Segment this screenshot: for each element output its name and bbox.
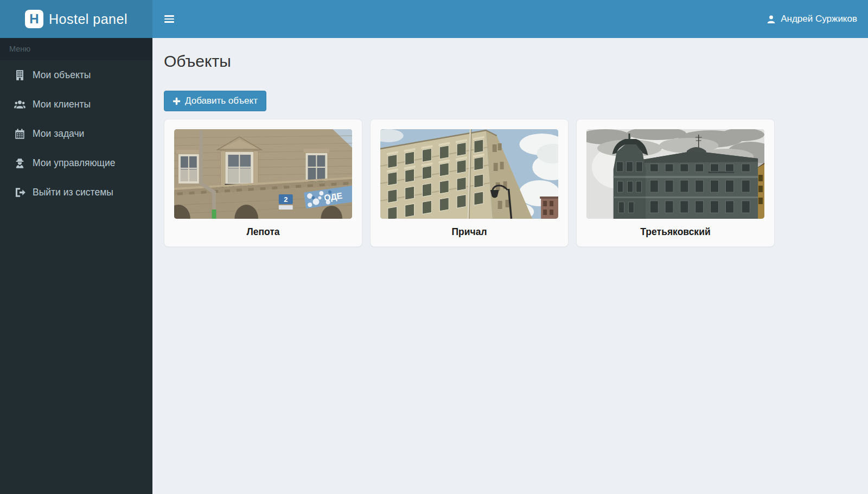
h-square-icon: H xyxy=(25,10,43,28)
page-title: Объекты xyxy=(164,52,856,71)
object-name: Третьяковский xyxy=(586,219,764,246)
sidebar-item-label: Мои управляющие xyxy=(33,157,115,169)
top-navbar: H Hostel panel Андрей Суржиков xyxy=(0,0,868,38)
object-name: Причал xyxy=(380,219,558,246)
object-card-prichal[interactable]: Причал xyxy=(370,119,569,247)
object-photo xyxy=(586,129,764,219)
sidebar-item-my-tasks[interactable]: Мои задачи xyxy=(0,119,152,148)
sidebar-item-my-objects[interactable]: Мои объекты xyxy=(0,60,152,90)
sidebar-item-my-clients[interactable]: Мои клиенты xyxy=(0,90,152,119)
brand-link[interactable]: H Hostel panel xyxy=(0,0,152,38)
sidebar-item-label: Выйти из системы xyxy=(33,187,113,198)
add-object-button-label: Добавить объект xyxy=(185,96,258,106)
user-secret-icon xyxy=(14,157,25,169)
brand-title: Hostel panel xyxy=(49,11,127,27)
users-icon xyxy=(14,99,25,110)
sidebar-item-label: Мои клиенты xyxy=(33,99,91,110)
user-name: Андрей Суржиков xyxy=(781,14,857,24)
object-photo xyxy=(380,129,558,219)
brand-initial: H xyxy=(29,12,39,26)
objects-grid: ОДЕ 2 Лепота xyxy=(164,119,856,247)
user-icon xyxy=(767,15,776,24)
object-card-tretyakovsky[interactable]: Третьяковский xyxy=(576,119,775,247)
sidebar-toggle-button[interactable] xyxy=(163,9,175,29)
app-root: H Hostel panel Андрей Суржиков Меню Мо xyxy=(0,0,868,494)
building-icon xyxy=(14,69,25,81)
object-photo: ОДЕ 2 xyxy=(174,129,352,219)
sidebar-item-label: Мои задачи xyxy=(33,128,84,140)
sidebar-item-logout[interactable]: Выйти из системы xyxy=(0,178,152,207)
sidebar: Меню Мои объекты Мои клиенты Мои задачи xyxy=(0,38,152,494)
object-name: Лепота xyxy=(174,219,352,246)
object-card-lepota[interactable]: ОДЕ 2 Лепота xyxy=(164,119,362,247)
sidebar-item-label: Мои объекты xyxy=(33,69,91,81)
plus-icon xyxy=(173,97,181,105)
main-content: Объекты Добавить объект xyxy=(152,38,868,494)
hamburger-icon xyxy=(164,15,174,23)
sidebar-item-my-managers[interactable]: Мои управляющие xyxy=(0,148,152,178)
sidebar-header: Меню xyxy=(0,38,152,60)
navbar-main: Андрей Суржиков xyxy=(152,0,868,38)
photo-plaque-text: 2 xyxy=(284,195,288,204)
add-object-button[interactable]: Добавить объект xyxy=(164,91,266,111)
calendar-icon xyxy=(14,128,25,140)
user-menu[interactable]: Андрей Суржиков xyxy=(767,14,857,24)
sign-out-icon xyxy=(14,187,25,198)
